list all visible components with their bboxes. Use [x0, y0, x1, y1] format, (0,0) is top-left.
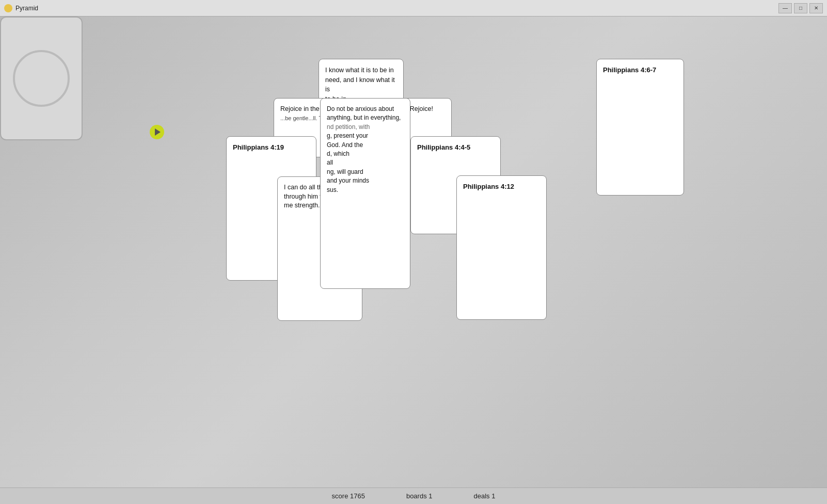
status-bar: score 1765 boards 1 deals 1: [0, 487, 827, 504]
deals-display: deals 1: [474, 492, 496, 500]
card-phil-46-text[interactable]: Do not be anxious about anything, but in…: [320, 98, 410, 289]
stock-pile[interactable]: [0, 17, 83, 140]
close-button[interactable]: ✕: [809, 3, 823, 13]
maximize-button[interactable]: □: [794, 3, 807, 13]
score-display: score 1765: [332, 492, 365, 500]
game-area: I know what it is to be in need, and I k…: [0, 17, 827, 504]
card-phil-419-ref: Philippians 4:19: [233, 143, 284, 151]
card-phil-46-7[interactable]: Philippians 4:6-7: [596, 59, 684, 196]
card-rejoice-sub: ...be gentle...ll. T: [280, 115, 322, 121]
window-title: Pyramid: [15, 5, 778, 12]
app-icon: [4, 4, 12, 12]
card-phil-46-body: Do not be anxious about anything, but in…: [327, 105, 401, 193]
card-phil-44-5-ref: Philippians 4:4-5: [417, 143, 470, 151]
card-phil-46-7-ref: Philippians 4:6-7: [603, 66, 656, 74]
card-phil-412-ref: Philippians 4:12: [463, 183, 514, 190]
minimize-button[interactable]: —: [778, 3, 792, 13]
boards-display: boards 1: [406, 492, 433, 500]
stock-circle-icon: [13, 50, 70, 107]
window-controls: — □ ✕: [778, 3, 823, 13]
play-button[interactable]: [150, 125, 164, 139]
play-icon: [155, 128, 161, 136]
card-phil-412[interactable]: Philippians 4:12: [456, 175, 547, 320]
title-bar: Pyramid — □ ✕: [0, 0, 827, 17]
